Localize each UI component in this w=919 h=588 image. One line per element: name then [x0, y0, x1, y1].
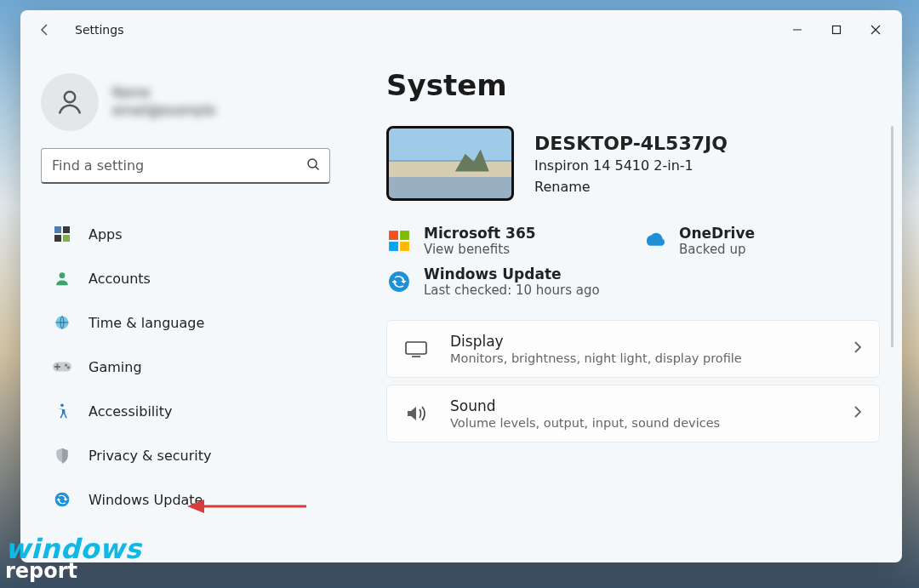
sidebar-item-label: Privacy & security [88, 448, 211, 464]
sidebar-item-apps[interactable]: Apps [41, 214, 339, 254]
card-sound[interactable]: Sound Volume levels, output, input, soun… [386, 385, 880, 442]
svg-point-1 [65, 92, 76, 103]
sidebar-item-time-language[interactable]: Time & language [41, 303, 339, 342]
content-scrollbar[interactable] [891, 126, 893, 347]
accessibility-icon [53, 402, 71, 420]
desktop-thumbnail[interactable] [386, 126, 514, 201]
sidebar-item-label: Accessibility [88, 403, 172, 420]
svg-rect-6 [63, 235, 70, 242]
gaming-icon [53, 357, 71, 376]
rename-link[interactable]: Rename [534, 179, 728, 195]
status-title: Microsoft 365 [424, 225, 536, 242]
sidebar-nav: Apps Accounts Time & language [41, 214, 339, 519]
svg-rect-15 [400, 231, 409, 240]
card-sub: Monitors, brightness, night light, displ… [450, 351, 831, 365]
sidebar-item-gaming[interactable]: Gaming [41, 347, 339, 386]
close-button[interactable] [856, 14, 895, 46]
user-icon [54, 87, 85, 117]
watermark-line1: windows [5, 539, 141, 561]
svg-rect-17 [400, 242, 409, 251]
status-onedrive[interactable]: OneDrive Backed up [642, 225, 846, 257]
chevron-right-icon [853, 405, 862, 422]
svg-point-13 [55, 493, 70, 507]
svg-point-18 [389, 271, 409, 292]
chevron-right-icon [853, 340, 862, 357]
svg-rect-5 [54, 235, 61, 242]
status-title: OneDrive [679, 225, 755, 242]
maximize-button[interactable] [817, 14, 856, 46]
settings-window: Settings Name email@example [20, 10, 902, 562]
card-sub: Volume levels, output, input, sound devi… [450, 416, 831, 430]
svg-rect-19 [406, 342, 426, 354]
sidebar-item-privacy-security[interactable]: Privacy & security [41, 436, 339, 475]
maximize-icon [831, 25, 842, 35]
window-title: Settings [75, 23, 123, 37]
time-language-icon [53, 313, 71, 332]
shield-icon [53, 446, 71, 465]
svg-rect-4 [63, 226, 70, 233]
arrow-left-icon [38, 23, 52, 37]
search-field-wrapper [41, 148, 330, 184]
status-microsoft-365[interactable]: Microsoft 365 View benefits [386, 225, 591, 257]
search-icon [306, 157, 320, 174]
titlebar: Settings [20, 10, 902, 49]
sound-icon [404, 404, 428, 423]
status-sub: Backed up [679, 242, 755, 257]
status-sub: Last checked: 10 hours ago [424, 283, 600, 298]
back-button[interactable] [32, 17, 58, 43]
device-name: DESKTOP-4L537JQ [534, 133, 728, 154]
user-account-row[interactable]: Name email@example [41, 73, 339, 131]
device-summary: DESKTOP-4L537JQ Inspiron 14 5410 2-in-1 … [386, 126, 880, 201]
sidebar-item-label: Windows Update [88, 492, 203, 508]
status-windows-update[interactable]: Windows Update Last checked: 10 hours ag… [386, 265, 600, 298]
apps-icon [53, 225, 71, 243]
svg-point-12 [60, 404, 64, 408]
svg-point-11 [67, 366, 70, 368]
device-model: Inspiron 14 5410 2-in-1 [534, 157, 728, 174]
sidebar-item-accessibility[interactable]: Accessibility [41, 391, 339, 431]
svg-point-10 [65, 364, 67, 367]
minimize-button[interactable] [778, 14, 817, 46]
sidebar-item-label: Gaming [88, 359, 142, 375]
sidebar-item-windows-update[interactable]: Windows Update [41, 480, 339, 519]
onedrive-icon [642, 228, 667, 254]
minimize-icon [792, 25, 802, 35]
user-name-text: Name email@example [112, 84, 215, 120]
svg-rect-14 [389, 231, 398, 240]
sidebar-item-label: Time & language [88, 315, 204, 331]
svg-rect-16 [389, 242, 398, 251]
svg-point-2 [308, 159, 317, 168]
sidebar-item-accounts[interactable]: Accounts [41, 259, 339, 298]
sidebar: Name email@example Apps [41, 49, 345, 556]
svg-rect-0 [833, 26, 841, 34]
card-title: Display [450, 333, 831, 350]
update-icon [386, 269, 412, 294]
svg-rect-3 [54, 226, 61, 233]
close-icon [870, 25, 881, 35]
accounts-icon [53, 269, 71, 288]
svg-point-7 [60, 272, 66, 278]
card-display[interactable]: Display Monitors, brightness, night ligh… [386, 320, 880, 378]
sidebar-item-label: Accounts [88, 271, 151, 287]
card-title: Sound [450, 397, 831, 414]
search-input[interactable] [41, 148, 330, 184]
avatar [41, 73, 99, 131]
display-icon [404, 340, 428, 357]
content: System DESKTOP-4L537JQ Inspiron 14 5410 … [345, 49, 895, 556]
microsoft-365-icon [386, 228, 412, 254]
watermark: windows report [5, 539, 141, 583]
sidebar-item-label: Apps [88, 226, 123, 243]
status-title: Windows Update [424, 265, 600, 283]
update-icon [53, 490, 71, 509]
page-title: System [386, 68, 880, 102]
status-sub: View benefits [424, 242, 536, 257]
